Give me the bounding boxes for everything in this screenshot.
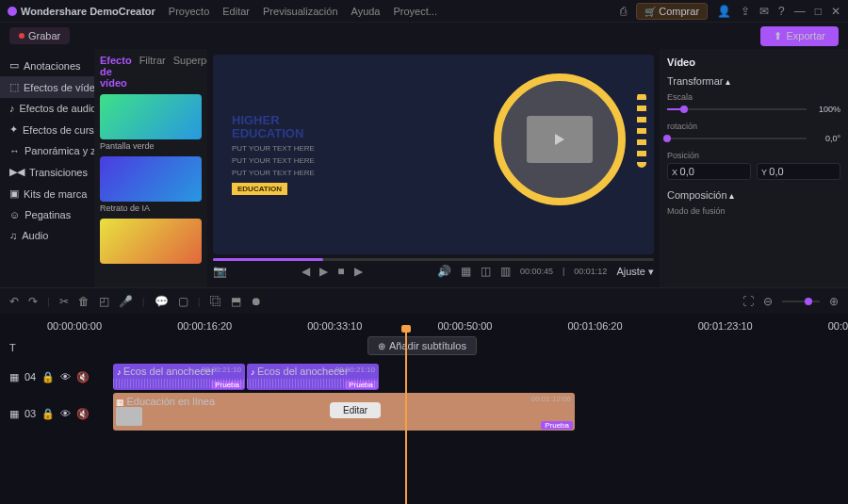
text-track-icon: T	[9, 342, 16, 353]
save-icon[interactable]: ⎙	[620, 5, 627, 18]
sidebar-panoramica[interactable]: ↔Panorámica y zoom	[0, 140, 94, 161]
undo-icon[interactable]: ↶	[9, 295, 19, 308]
menu-ayuda[interactable]: Ayuda	[351, 6, 381, 17]
pos-x-input[interactable]: X 0,0	[667, 163, 751, 180]
audio-track: ▦ 04 🔒 👁 🔇 ♪ Ecos del anochecer 00:00:21…	[9, 364, 839, 390]
clip-thumb	[116, 407, 142, 426]
logo-icon	[8, 7, 17, 16]
preview-scrubber[interactable]	[213, 258, 654, 261]
lock-icon[interactable]: 🔒	[41, 371, 55, 383]
props-title: Vídeo	[667, 57, 840, 68]
rotation-label: rotación	[667, 122, 840, 131]
asset-pantalla-verde[interactable]: Pantalla verde	[100, 94, 202, 151]
edit-clip-button[interactable]: Editar	[330, 402, 381, 418]
close-icon[interactable]: ✕	[831, 5, 840, 18]
library-sidebar: ▭Anotaciones ⬚Efectos de vídeo ♪Efectos …	[0, 49, 94, 287]
mail-icon[interactable]: ✉	[759, 5, 769, 18]
rotation-value: 0,0°	[812, 134, 840, 143]
canvas-sub2: PUT YOUR TEXT HERE	[232, 156, 315, 165]
sidebar-transiciones[interactable]: ▶◀Transiciones	[0, 161, 94, 183]
maximize-icon[interactable]: □	[815, 5, 822, 18]
eye-icon[interactable]: 👁	[60, 408, 71, 419]
project-name[interactable]: Proyect...	[394, 6, 437, 17]
app-logo: Wondershare DemoCreator	[8, 6, 155, 17]
minimize-icon[interactable]: —	[794, 5, 806, 18]
delete-icon[interactable]: 🗑	[78, 295, 90, 308]
audio-clip-2[interactable]: ♪ Ecos del anochecer 00:00:21:10 Prueba	[247, 364, 379, 390]
asset-thumb	[100, 219, 202, 264]
split-icon[interactable]: ✂	[59, 295, 69, 308]
video-track: ▦ 03 🔒 👁 🔇 ▦ Educación en línea 00:01:12…	[9, 393, 839, 434]
time-ruler[interactable]: 00:00:00:00 00:00:16:20 00:00:33:10 00:0…	[9, 317, 839, 334]
sidebar-audio[interactable]: ♫Audio	[0, 225, 94, 246]
app-name: Wondershare DemoCreator	[21, 6, 155, 17]
grid3-icon[interactable]: ▥	[500, 265, 511, 278]
preview-panel: HIGHER EDUCATION PUT YOUR TEXT HERE PUT …	[207, 49, 660, 287]
menu-previsualizacion[interactable]: Previsualización	[263, 6, 337, 17]
help-icon[interactable]: ?	[778, 5, 785, 18]
action-bar: Grabar ⬆ Exportar	[0, 23, 848, 49]
brand-kit-icon: ▣	[9, 187, 19, 200]
video-clip[interactable]: ▦ Educación en línea 00:01:12:06 Prueba …	[113, 393, 575, 431]
sidebar-efectos-audio[interactable]: ♪Efectos de audio	[0, 98, 94, 119]
video-fx-icon: ⬚	[9, 81, 19, 93]
asset-thumb	[100, 156, 202, 202]
sidebar-efectos-video[interactable]: ⬚Efectos de vídeo	[0, 76, 94, 98]
scale-slider[interactable]: 100%	[667, 105, 840, 114]
crop-icon[interactable]: ◰	[99, 295, 109, 308]
blend-label: Modo de fusión	[667, 206, 840, 216]
stop-icon[interactable]: ■	[337, 265, 344, 278]
group-icon[interactable]: ⬒	[231, 295, 241, 308]
add-subtitle-button[interactable]: ⊕ Añadir subtítulos	[367, 336, 477, 355]
canvas-title2: EDUCATION	[232, 127, 315, 140]
play-icon[interactable]: ▶	[319, 265, 328, 278]
export-button[interactable]: ⬆ Exportar	[760, 26, 839, 46]
grid2-icon[interactable]: ◫	[481, 265, 491, 278]
section-transform[interactable]: Transformar ▴	[667, 75, 840, 87]
next-frame-icon[interactable]: ▶	[354, 265, 363, 278]
tab-filtrar[interactable]: Filtrar	[139, 55, 166, 89]
lock-icon[interactable]: 🔒	[41, 408, 55, 420]
pos-y-input[interactable]: Y 0,0	[757, 163, 840, 180]
volume-icon[interactable]: 🔊	[437, 265, 451, 278]
copy-icon[interactable]: ⿻	[210, 295, 221, 308]
zoom-slider[interactable]	[782, 301, 820, 302]
marker-icon[interactable]: ▢	[178, 295, 188, 308]
menu-proyecto[interactable]: Proyecto	[169, 6, 209, 17]
tab-efecto-video[interactable]: Efecto de vídeo	[100, 55, 132, 89]
record-button[interactable]: Grabar	[9, 27, 70, 44]
timeline-toolbar: ↶ ↷ | ✂ 🗑 ◰ 🎤 | 💬 ▢ | ⿻ ⬒ ⏺ ⛶ ⊖ ⊕	[0, 287, 848, 314]
prev-frame-icon[interactable]: ◀	[302, 265, 310, 278]
fit-timeline-icon[interactable]: ⛶	[742, 295, 754, 308]
canvas-title1: HIGHER	[232, 114, 315, 127]
zoom-in-icon[interactable]: ⊕	[829, 295, 839, 308]
menu-editar[interactable]: Editar	[222, 6, 250, 17]
decor-stripe	[637, 92, 646, 168]
audio-clip-1[interactable]: ♪ Ecos del anochecer 00:00:21:10 Prueba	[113, 364, 245, 390]
position-label: Posición	[667, 151, 840, 160]
redo-icon[interactable]: ↷	[28, 295, 38, 308]
grid1-icon[interactable]: ▦	[461, 265, 471, 278]
account-icon[interactable]: 👤	[717, 5, 731, 18]
sidebar-anotaciones[interactable]: ▭Anotaciones	[0, 55, 94, 76]
caption-icon[interactable]: 💬	[155, 295, 169, 308]
preview-canvas[interactable]: HIGHER EDUCATION PUT YOUR TEXT HERE PUT …	[213, 55, 654, 254]
record-marker-icon[interactable]: ⏺	[251, 295, 262, 308]
eye-icon[interactable]: 👁	[60, 371, 71, 382]
sidebar-pegatinas[interactable]: ☺Pegatinas	[0, 204, 94, 225]
snapshot-icon[interactable]: 📷	[213, 265, 227, 278]
track-icon: ▦	[9, 371, 19, 383]
share-icon[interactable]: ⇪	[741, 5, 750, 18]
sidebar-kits-marca[interactable]: ▣Kits de marca	[0, 183, 94, 204]
zoom-out-icon[interactable]: ⊖	[763, 295, 773, 308]
playhead[interactable]	[405, 331, 407, 504]
fit-dropdown[interactable]: Ajuste ▾	[616, 266, 654, 278]
asset-retrato-ia[interactable]: Retrato de IA	[100, 156, 202, 213]
asset-extra[interactable]	[100, 219, 202, 264]
mic-icon[interactable]: 🎤	[119, 295, 133, 308]
section-composition[interactable]: Composición ▴	[667, 189, 840, 201]
annotation-icon: ▭	[9, 59, 19, 72]
buy-button[interactable]: 🛒 Comprar	[636, 3, 708, 20]
sidebar-efectos-cursor[interactable]: ✦Efectos de cursor	[0, 119, 94, 140]
rotation-slider[interactable]: 0,0°	[667, 134, 840, 143]
